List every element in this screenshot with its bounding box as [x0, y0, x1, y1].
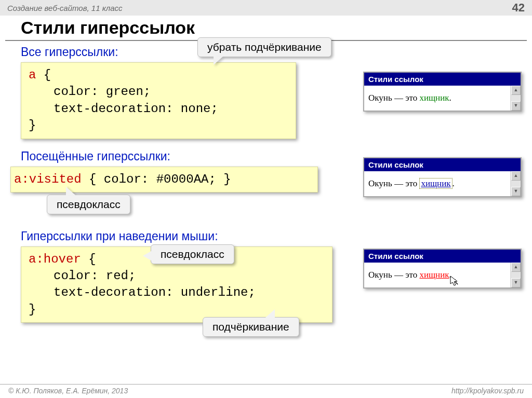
scroll-up-icon[interactable]: ▲ — [511, 171, 521, 181]
scroll-down-icon[interactable]: ▼ — [511, 187, 521, 196]
cursor-icon — [449, 275, 460, 287]
preview-window-blue: Стили ссылок Окунь — это хищник. ▲ ▼ — [363, 157, 522, 197]
footer-url: http://kpolyakov.spb.ru — [451, 387, 524, 395]
window-titlebar: Стили ссылок — [364, 158, 521, 171]
svg-marker-0 — [450, 276, 457, 285]
preview-link-green[interactable]: хищник — [419, 93, 449, 103]
window-titlebar: Стили ссылок — [364, 73, 521, 86]
scroll-down-icon[interactable]: ▼ — [511, 101, 521, 111]
footer-copyright: © К.Ю. Поляков, Е.А. Ерёмин, 2013 — [8, 387, 128, 395]
callout-underline: подчёркивание — [203, 317, 299, 337]
scroll-down-icon[interactable]: ▼ — [511, 278, 521, 287]
breadcrumb: Создание веб-сайтов, 11 класс — [7, 4, 123, 12]
scroll-up-icon[interactable]: ▲ — [511, 86, 521, 95]
scrollbar[interactable]: ▲ ▼ — [511, 171, 521, 196]
callout-remove-underline: убрать подчёркивание — [197, 37, 331, 57]
scrollbar[interactable]: ▲ ▼ — [511, 263, 521, 287]
scrollbar[interactable]: ▲ ▼ — [511, 86, 521, 111]
preview-window-red: Стили ссылок Окунь — это хищник. ↖ ▲ ▼ — [363, 249, 522, 289]
preview-link-red[interactable]: хищник — [419, 270, 449, 280]
preview-window-green: Стили ссылок Окунь — это хищник. ▲ ▼ — [363, 72, 522, 112]
slide-header: Создание веб-сайтов, 11 класс 42 — [0, 0, 532, 16]
window-titlebar: Стили ссылок — [364, 250, 521, 263]
code-all-links: a { color: green; text-decoration: none;… — [21, 62, 296, 139]
callout-pseudoclass-1: псевдокласс — [47, 195, 130, 214]
callout-pseudoclass-2: псевдокласс — [151, 244, 234, 264]
code-visited-links: a:visited { color: #0000AA; } — [10, 167, 318, 193]
section-hover-label: Гиперссылки при наведении мыши: — [21, 229, 522, 243]
preview-link-blue[interactable]: хищник — [419, 178, 452, 189]
page-number: 42 — [512, 1, 525, 15]
scroll-up-icon[interactable]: ▲ — [511, 263, 521, 272]
slide-footer: © К.Ю. Поляков, Е.А. Ерёмин, 2013 http:/… — [0, 384, 532, 398]
